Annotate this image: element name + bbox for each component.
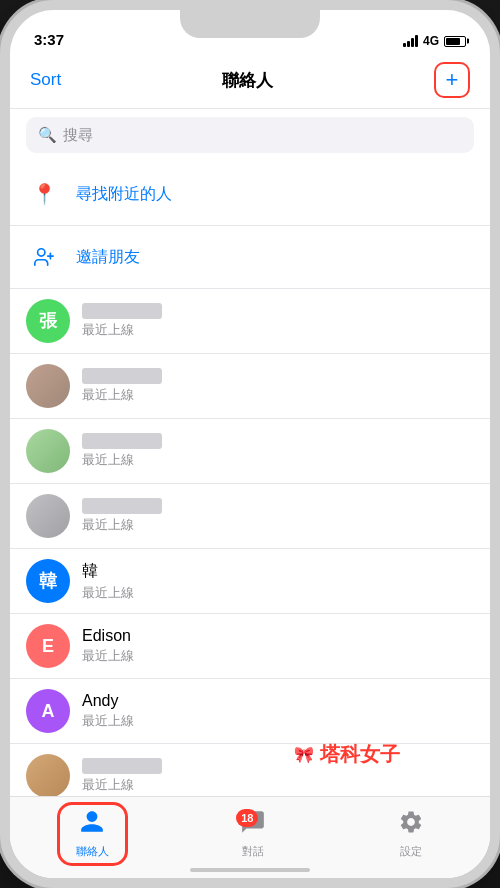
contact-status: 最近上線 <box>82 321 162 339</box>
invite-friends-label: 邀請朋友 <box>76 247 140 268</box>
home-indicator <box>190 868 310 872</box>
list-item[interactable]: 最近上線 <box>10 419 490 484</box>
contact-status: 最近上線 <box>82 776 162 794</box>
find-nearby-row[interactable]: 📍 尋找附近的人 <box>10 163 490 226</box>
tab-contacts-label: 聯絡人 <box>76 844 109 859</box>
contact-status: 最近上線 <box>82 451 162 469</box>
network-label: 4G <box>423 34 439 48</box>
settings-icon <box>398 809 424 841</box>
tab-contacts[interactable]: 聯絡人 <box>60 805 125 863</box>
search-input[interactable]: 🔍 搜尋 <box>26 117 474 153</box>
list-item[interactable]: A Andy 最近上線 <box>10 679 490 744</box>
status-time: 3:37 <box>34 31 64 48</box>
contact-info: 最近上線 <box>82 498 162 534</box>
contacts-icon <box>79 809 105 841</box>
add-contact-button[interactable]: + <box>434 62 470 98</box>
search-placeholder: 搜尋 <box>63 126 93 145</box>
contact-name: Andy <box>82 692 134 710</box>
status-icons: 4G <box>403 34 466 48</box>
nav-bar: Sort 聯絡人 + <box>10 54 490 109</box>
sort-button[interactable]: Sort <box>30 70 61 90</box>
avatar: 韓 <box>26 559 70 603</box>
contact-status: 最近上線 <box>82 647 134 665</box>
watermark-text: 塔科女子 <box>320 741 400 768</box>
location-icon: 📍 <box>26 176 62 212</box>
tab-bar: 聯絡人 18 對話 設定 <box>10 796 490 878</box>
phone-frame: 3:37 4G Sort 聯絡人 + 🔍 搜尋 <box>0 0 500 888</box>
page-title: 聯絡人 <box>222 69 273 92</box>
contact-info: 最近上線 <box>82 758 162 794</box>
battery-icon <box>444 36 466 47</box>
svg-point-0 <box>38 249 45 256</box>
contact-status: 最近上線 <box>82 386 162 404</box>
contact-info: 最近上線 <box>82 433 162 469</box>
contact-name <box>82 498 162 514</box>
watermark-emoji: 🎀 <box>294 745 314 764</box>
notch <box>180 10 320 38</box>
tab-settings-label: 設定 <box>400 844 422 859</box>
avatar <box>26 364 70 408</box>
contact-info: 最近上線 <box>82 303 162 339</box>
contact-info: Andy 最近上線 <box>82 692 134 730</box>
search-icon: 🔍 <box>38 126 57 144</box>
contact-name <box>82 758 162 774</box>
contact-name: 韓 <box>82 561 134 582</box>
tab-settings[interactable]: 設定 <box>382 805 440 863</box>
contact-info: 最近上線 <box>82 368 162 404</box>
search-bar: 🔍 搜尋 <box>10 109 490 163</box>
contact-name: Edison <box>82 627 134 645</box>
avatar: E <box>26 624 70 668</box>
chats-badge: 18 <box>236 809 258 827</box>
list-item[interactable]: 張 最近上線 <box>10 289 490 354</box>
contact-info: 韓 最近上線 <box>82 561 134 602</box>
list-item[interactable]: E Edison 最近上線 <box>10 614 490 679</box>
list-item[interactable]: 最近上線 <box>10 354 490 419</box>
avatar <box>26 884 70 888</box>
tab-chats-label: 對話 <box>242 844 264 859</box>
contact-name <box>82 368 162 384</box>
contact-name <box>82 303 162 319</box>
person-add-icon <box>26 239 62 275</box>
contact-name <box>82 433 162 449</box>
avatar: A <box>26 689 70 733</box>
contact-status: 最近上線 <box>82 712 134 730</box>
contacts-list: 📍 尋找附近的人 邀請朋友 張 最近上線 <box>10 163 490 888</box>
list-item[interactable]: 最近上線 <box>10 484 490 549</box>
contact-status: 最近上線 <box>82 584 134 602</box>
avatar <box>26 754 70 798</box>
invite-friends-row[interactable]: 邀請朋友 <box>10 226 490 289</box>
contact-info: Edison 最近上線 <box>82 627 134 665</box>
find-nearby-label: 尋找附近的人 <box>76 184 172 205</box>
avatar <box>26 494 70 538</box>
avatar <box>26 429 70 473</box>
signal-bars-icon <box>403 35 418 47</box>
contact-status: 最近上線 <box>82 516 162 534</box>
watermark: 🎀 塔科女子 <box>294 741 400 768</box>
tab-chats[interactable]: 18 對話 <box>224 805 282 863</box>
list-item[interactable]: 韓 韓 最近上線 <box>10 549 490 614</box>
avatar: 張 <box>26 299 70 343</box>
